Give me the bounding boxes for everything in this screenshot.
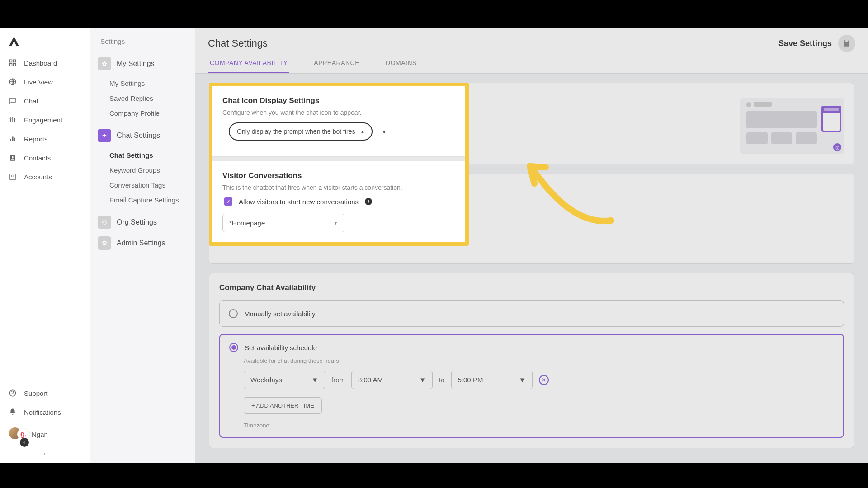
nav-accounts[interactable]: Accounts: [0, 167, 90, 186]
tab-company-availability[interactable]: COMPANY AVAILABILITY: [208, 54, 289, 73]
save-icon: [843, 39, 851, 47]
to-time-select[interactable]: 5:00 PM ▼: [451, 371, 533, 389]
svg-rect-8: [12, 137, 14, 142]
sub-item-conversation-tags[interactable]: Conversation Tags: [107, 178, 189, 192]
schedule-desc: Available for chat during these hours:: [244, 357, 834, 364]
allow-visitors-checkbox[interactable]: ✓: [224, 197, 232, 206]
globe-icon: [8, 77, 17, 86]
from-time-select[interactable]: 8:00 AM ▼: [351, 371, 433, 389]
settings-group-org-settings[interactable]: ⚇ Org Settings: [96, 212, 189, 233]
sub-item-chat-settings[interactable]: Chat Settings: [107, 148, 189, 163]
days-select[interactable]: Weekdays ▼: [244, 371, 325, 389]
settings-sidebar-title: Settings: [96, 38, 189, 53]
chatbot-select[interactable]: *Homepage ▼: [222, 214, 344, 232]
app-logo-icon: [0, 35, 90, 53]
caret-down-icon: ▼: [311, 376, 318, 384]
select-value: Weekdays: [250, 376, 282, 384]
collapse-sidebar-button[interactable]: ‹: [0, 447, 90, 460]
caret-down-icon: ▼: [519, 376, 526, 384]
nav-live-view[interactable]: Live View: [0, 72, 90, 91]
nav-label: Live View: [24, 78, 53, 86]
admin-icon: ⚙: [98, 236, 111, 250]
notification-count-badge: 4: [20, 438, 29, 447]
nav-label: Notifications: [24, 408, 61, 416]
caret-down-icon: ▼: [334, 221, 338, 225]
gear-icon: ✿: [98, 57, 111, 70]
group-label: Admin Settings: [117, 239, 165, 247]
reports-icon: [8, 134, 17, 143]
nav-label: Accounts: [24, 173, 52, 181]
card-desc: Configure when you want the chat icon to…: [222, 109, 455, 116]
svg-rect-0: [9, 60, 12, 62]
timezone-label: Timezone:: [244, 422, 834, 429]
sub-item-saved-replies[interactable]: Saved Replies: [107, 91, 189, 106]
nav-dashboard[interactable]: Dashboard: [0, 53, 90, 72]
main-header: Chat Settings Save Settings COMPANY AVAI…: [195, 28, 868, 74]
nav-label: Dashboard: [24, 59, 57, 67]
radio-option-schedule[interactable]: Set availability schedule Available for …: [219, 334, 844, 438]
chat-fab-icon: ◎: [833, 143, 841, 151]
page-title: Chat Settings: [208, 38, 268, 49]
from-label: from: [331, 376, 345, 384]
group-label: Org Settings: [117, 218, 157, 226]
nav-notifications[interactable]: Notifications: [0, 403, 90, 422]
nav-label: Contacts: [24, 154, 51, 162]
svg-point-11: [12, 156, 14, 158]
caret-down-icon[interactable]: ▼: [382, 130, 387, 135]
checkbox-label: Allow visitors to start new conversation…: [239, 198, 359, 206]
settings-group-admin-settings[interactable]: ⚙ Admin Settings: [96, 233, 189, 253]
sub-item-company-profile[interactable]: Company Profile: [107, 106, 189, 121]
sub-item-my-settings[interactable]: My Settings: [107, 76, 189, 91]
nav-reports[interactable]: Reports: [0, 129, 90, 148]
nav-user-profile[interactable]: g. 4 Ngan: [0, 422, 90, 447]
group-label: Chat Settings: [117, 131, 160, 140]
schedule-row: Weekdays ▼ from 8:00 AM ▼ to 5:00 PM ▼: [244, 371, 834, 389]
dashboard-icon: [8, 58, 17, 67]
nav-contacts[interactable]: Contacts: [0, 148, 90, 167]
chat-icon: [8, 96, 17, 105]
caret-up-icon: ▲: [360, 129, 364, 134]
nav-chat[interactable]: Chat: [0, 91, 90, 110]
select-value: 5:00 PM: [458, 376, 483, 384]
settings-group-my-settings[interactable]: ✿ My Settings: [96, 53, 189, 74]
sub-item-email-capture[interactable]: Email Capture Settings: [107, 192, 189, 207]
settings-sidebar: Settings ✿ My Settings My Settings Saved…: [90, 28, 195, 463]
card-title: Company Chat Availability: [219, 283, 844, 292]
main-nav-sidebar: Dashboard Live View Chat Engagement Repo…: [0, 28, 90, 463]
radio-schedule[interactable]: [229, 343, 238, 352]
nav-support[interactable]: Support: [0, 384, 90, 403]
nav-label: Chat: [24, 97, 38, 105]
chevron-left-icon: ‹: [44, 450, 46, 457]
avatar-group: g. 4: [8, 427, 27, 442]
nav-engagement[interactable]: Engagement: [0, 110, 90, 129]
tab-domains[interactable]: DOMAINS: [384, 54, 419, 73]
save-settings-label: Save Settings: [778, 39, 832, 48]
card-visitor-conversations: Visitor Conversations This is the chatbo…: [212, 161, 465, 242]
svg-point-5: [10, 118, 11, 119]
chat-settings-icon: ✦: [98, 129, 111, 142]
remove-time-button[interactable]: ✕: [539, 375, 549, 385]
nav-label: Reports: [24, 135, 48, 143]
radio-label: Manually set availability: [244, 310, 316, 318]
info-icon[interactable]: i: [365, 198, 372, 205]
group-label: My Settings: [117, 60, 155, 68]
save-button[interactable]: [838, 35, 855, 52]
radio-label: Set availability schedule: [245, 344, 317, 352]
nav-label: Engagement: [24, 116, 62, 124]
engagement-icon: [8, 115, 17, 124]
caret-down-icon: ▼: [419, 376, 426, 384]
people-icon: ⚇: [98, 216, 111, 229]
display-mode-select[interactable]: Only display the prompt when the bot fir…: [229, 122, 373, 141]
radio-manual[interactable]: [229, 309, 238, 318]
sub-item-keyword-groups[interactable]: Keyword Groups: [107, 163, 189, 178]
tab-appearance[interactable]: APPEARANCE: [312, 54, 361, 73]
to-label: to: [439, 376, 445, 384]
highlighted-region: Chat Icon Display Settings Configure whe…: [209, 83, 469, 246]
svg-rect-2: [9, 64, 12, 66]
user-name: Ngan: [32, 431, 48, 438]
close-icon: ✕: [542, 377, 546, 383]
add-another-time-button[interactable]: + ADD ANOTHER TIME: [244, 397, 322, 414]
settings-group-chat-settings[interactable]: ✦ Chat Settings: [96, 125, 189, 146]
select-value: *Homepage: [229, 219, 265, 227]
radio-option-manual[interactable]: Manually set availability: [219, 300, 844, 327]
